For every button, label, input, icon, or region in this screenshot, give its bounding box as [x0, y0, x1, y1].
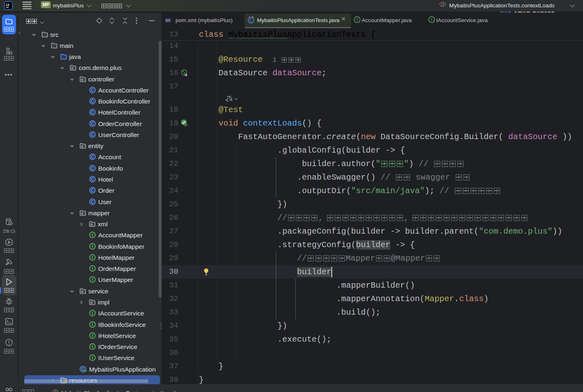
svg-text:C: C — [91, 99, 94, 104]
svg-text:C: C — [91, 121, 94, 126]
svg-text:I: I — [431, 17, 432, 22]
svg-text:C: C — [91, 199, 94, 204]
svg-text:IJ: IJ — [6, 3, 9, 7]
svg-text:m: m — [165, 16, 171, 23]
svg-text:C: C — [91, 188, 94, 193]
svg-text:C: C — [91, 88, 94, 92]
svg-text:C: C — [91, 166, 94, 171]
svg-text:C: C — [91, 132, 94, 137]
svg-text:C: C — [91, 154, 94, 159]
svg-text:C: C — [91, 110, 94, 115]
svg-text:C: C — [91, 177, 94, 182]
svg-text:C: C — [249, 18, 252, 23]
svg-text:I: I — [356, 17, 358, 22]
